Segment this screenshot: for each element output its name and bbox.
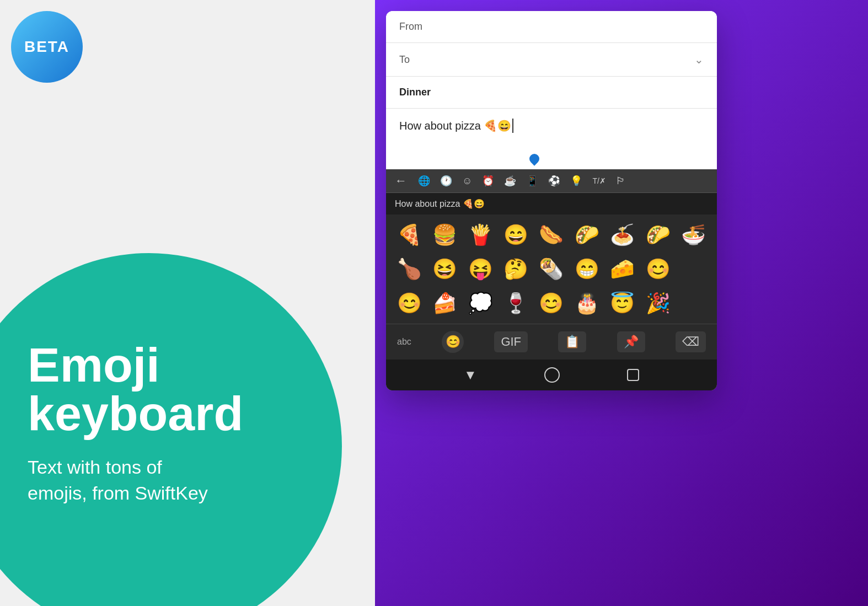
emoji-smile4[interactable]: 😊 — [535, 287, 568, 319]
back-icon[interactable]: ← — [395, 174, 407, 188]
emoji-chicken[interactable]: 🍗 — [393, 253, 426, 285]
symbols-icon[interactable]: T/✗ — [592, 176, 606, 185]
emoji-wine[interactable]: 🍷 — [499, 287, 532, 319]
emoji-squint[interactable]: 😝 — [464, 253, 497, 285]
emoji-laughing[interactable]: 😆 — [428, 253, 461, 285]
emoji-grin[interactable]: 😄 — [499, 219, 532, 251]
recents-nav-button[interactable] — [627, 369, 639, 381]
emoji-fries[interactable]: 🍟 — [464, 219, 497, 251]
to-label: To — [399, 54, 432, 66]
beta-badge: BETA — [11, 11, 83, 83]
keyboard-toolbar: ← 🌐 🕐 ☺ ⏰ ☕ 📱 ⚽ 💡 T/✗ 🏳 — [386, 169, 717, 193]
chevron-down-icon: ⌄ — [694, 53, 704, 66]
flag-icon[interactable]: 🏳 — [616, 175, 626, 187]
smiley-icon[interactable]: ☺ — [462, 175, 472, 187]
backspace-button[interactable]: ⌫ — [676, 331, 706, 352]
phone-icon[interactable]: 📱 — [526, 175, 538, 187]
bulb-icon[interactable]: 💡 — [570, 175, 582, 187]
home-nav-button[interactable] — [544, 367, 560, 383]
subtitle: Text with tons ofemojis, from SwiftKey — [28, 454, 364, 507]
emoji-burrito[interactable]: 🌯 — [535, 253, 568, 285]
emoji-empty2 — [677, 287, 710, 319]
pin-button[interactable]: 📌 — [617, 331, 645, 352]
emoji-grid: 🍕 🍔 🍟 😄 🌭 🌮 🍝 🌮 🍜 🍗 😆 😝 🤔 🌯 😁 🧀 😊 😊 — [386, 214, 717, 324]
email-compose: From To ⌄ Dinner How about pizza 🍕😄 — [386, 11, 717, 169]
subject-field[interactable]: Dinner — [386, 77, 717, 109]
emoji-thinking[interactable]: 🤔 — [499, 253, 532, 285]
emoji-hotdog[interactable]: 🌮 — [570, 219, 603, 251]
backspace-icon: ⌫ — [682, 335, 699, 349]
emoji-pasta[interactable]: 🍝 — [606, 219, 639, 251]
gif-label: GIF — [501, 335, 521, 349]
phone-frame: From To ⌄ Dinner How about pizza 🍕😄 ← — [386, 11, 717, 390]
body-text: How about pizza 🍕😄 — [399, 119, 704, 133]
keyboard-bottom-bar: abc 😊 GIF 📋 📌 ⌫ — [386, 324, 717, 360]
right-panel: From To ⌄ Dinner How about pizza 🍕😄 ← — [375, 0, 868, 606]
left-content: Emoji keyboard Text with tons ofemojis, … — [28, 341, 364, 507]
sticker-button[interactable]: 📋 — [558, 331, 586, 352]
text-cursor — [512, 119, 513, 133]
body-field[interactable]: How about pizza 🍕😄 — [386, 109, 717, 169]
emoji-smile2[interactable]: 😊 — [641, 253, 674, 285]
emoji-party[interactable]: 🎉 — [641, 287, 674, 319]
keyboard: ← 🌐 🕐 ☺ ⏰ ☕ 📱 ⚽ 💡 T/✗ 🏳 How about pizza … — [386, 169, 717, 390]
suggestion-bar: How about pizza 🍕😄 — [386, 193, 717, 214]
cup-icon[interactable]: ☕ — [504, 175, 516, 187]
pin-icon: 📌 — [624, 335, 639, 349]
emoji-empty1 — [677, 253, 710, 285]
android-nav-bar: ▼ — [386, 360, 717, 390]
from-label: From — [399, 21, 432, 33]
emoji-pizza[interactable]: 🍕 — [393, 219, 426, 251]
soccer-icon[interactable]: ⚽ — [548, 175, 560, 187]
gif-button[interactable]: GIF — [494, 331, 528, 352]
body-content: How about pizza 🍕😄 — [399, 119, 511, 132]
globe-icon[interactable]: 🌐 — [418, 175, 430, 187]
emoji-taco[interactable]: 🌮 — [641, 219, 674, 251]
left-panel: BETA Emoji keyboard Text with tons ofemo… — [0, 0, 375, 606]
emoji-keyboard-button[interactable]: 😊 — [442, 331, 464, 353]
from-field: From — [386, 11, 717, 43]
emoji-smile3[interactable]: 😊 — [393, 287, 426, 319]
beta-label: BETA — [24, 38, 69, 56]
alarm-icon[interactable]: ⏰ — [482, 175, 494, 187]
emoji-burger[interactable]: 🍔 — [428, 219, 461, 251]
emoji-sausage[interactable]: 🌭 — [535, 219, 568, 251]
cursor-handle — [527, 152, 541, 165]
emoji-cheese[interactable]: 🧀 — [606, 253, 639, 285]
emoji-noodle[interactable]: 🍜 — [677, 219, 710, 251]
to-field[interactable]: To ⌄ — [386, 43, 717, 77]
clock-icon[interactable]: 🕐 — [440, 175, 452, 187]
emoji-cake[interactable]: 🍰 — [428, 287, 461, 319]
emoji-birthday[interactable]: 🎂 — [570, 287, 603, 319]
emoji-thought[interactable]: 💭 — [464, 287, 497, 319]
main-title: Emoji keyboard — [28, 341, 364, 438]
emoji-bigsmile[interactable]: 😁 — [570, 253, 603, 285]
sticker-icon: 📋 — [565, 335, 580, 349]
back-nav-icon[interactable]: ▼ — [464, 367, 477, 383]
subject-text: Dinner — [399, 87, 431, 98]
suggestion-text: How about pizza 🍕😄 — [395, 199, 485, 209]
abc-label[interactable]: abc — [397, 337, 411, 347]
emoji-halo[interactable]: 😇 — [606, 287, 639, 319]
